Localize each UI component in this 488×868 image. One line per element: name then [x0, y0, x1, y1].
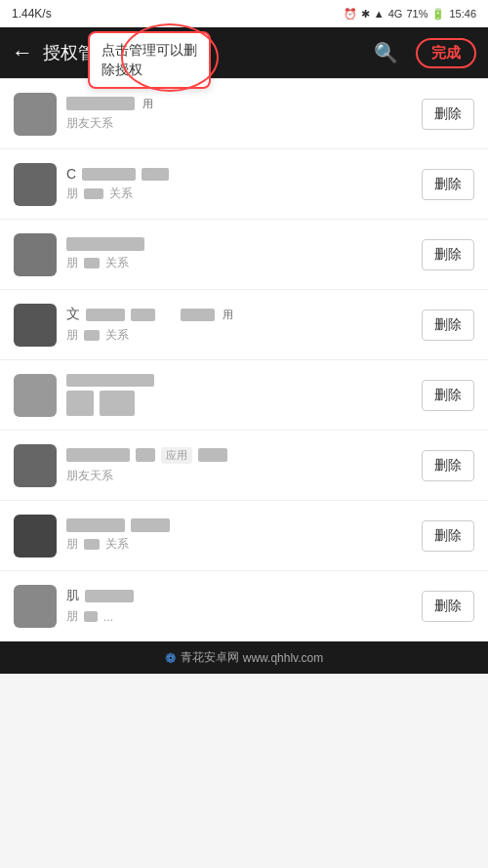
item-sub: 朋 关系 [66, 186, 412, 202]
list-item: 朋 关系 删除 [0, 220, 488, 290]
item-sub: 朋 关系 [66, 536, 412, 553]
signal-label: 4G [388, 8, 403, 20]
item-sub: 朋友天系 [66, 115, 412, 132]
item-name-row: 肌 [66, 587, 412, 604]
item-name-block [66, 448, 130, 462]
list-item: 用 朋友天系 删除 [0, 79, 488, 149]
item-sub: 朋 关系 [66, 255, 412, 271]
item-content [66, 374, 412, 416]
logo-icon: ❁ [165, 650, 177, 666]
item-name-block [66, 518, 125, 532]
list-item: C 朋 关系 删除 [0, 149, 488, 220]
avatar [14, 585, 57, 628]
item-content: 用 朋友天系 [66, 97, 412, 132]
avatar [14, 444, 57, 487]
item-name-row: C [66, 166, 412, 182]
item-name-row: 应用 [66, 447, 412, 464]
delete-button[interactable]: 删除 [422, 169, 474, 200]
item-content: 肌 朋 ... [66, 587, 412, 625]
item-name-block [82, 168, 136, 181]
item-content: 朋 关系 [66, 237, 412, 271]
list-item: 应用 朋友天系 删除 [0, 431, 488, 501]
item-name-block [66, 374, 154, 387]
avatar [14, 93, 57, 136]
item-content: C 朋 关系 [66, 166, 412, 202]
footer-logo: ❁ 青花安卓网 www.qhhlv.com [0, 649, 488, 666]
delete-button[interactable]: 删除 [422, 591, 474, 622]
item-name-block [86, 309, 125, 321]
item-name-block [66, 97, 135, 110]
status-bar: 1.44K/s ⏰ ✱ ▲ 4G 71% 🔋 15:46 [0, 0, 488, 27]
wifi-icon: ▲ [374, 8, 385, 20]
avatar [14, 374, 57, 417]
search-button[interactable]: 🔍 [374, 41, 398, 64]
item-name-block2 [131, 518, 170, 532]
bluetooth-icon: ✱ [361, 8, 370, 21]
item-name-block3 [198, 448, 227, 462]
item-name-block3 [181, 309, 215, 321]
list-item: 肌 朋 ... 删除 [0, 571, 488, 641]
list-item: 朋 关系 删除 [0, 501, 488, 571]
item-name-row [66, 518, 412, 532]
item-name-row [66, 237, 412, 251]
item-name-row: 用 [66, 97, 412, 111]
list-item: 文 用 朋 关系 删除 [0, 290, 488, 360]
battery-icon: 🔋 [431, 8, 445, 21]
footer-text: 青花安卓网 [181, 649, 239, 666]
item-name-block2 [136, 448, 155, 462]
network-speed: 1.44K/s [12, 7, 52, 21]
status-icons: ⏰ ✱ ▲ 4G 71% 🔋 15:46 [344, 8, 476, 21]
item-name-row [66, 374, 412, 387]
item-sub: 朋 关系 [66, 327, 412, 344]
delete-button[interactable]: 删除 [422, 239, 474, 270]
header: ← 授权管理 点击管理可以删除授权 🔍 完成 [0, 27, 488, 78]
done-button[interactable]: 完成 [416, 38, 476, 68]
tooltip-overlay: 点击管理可以删除授权 [88, 31, 211, 89]
tooltip-bubble: 点击管理可以删除授权 [88, 31, 211, 89]
clock: 15:46 [449, 8, 476, 20]
item-name-block2 [142, 168, 169, 181]
item-content: 朋 关系 [66, 518, 412, 553]
item-sub [66, 391, 412, 416]
delete-button[interactable]: 删除 [422, 310, 474, 341]
list-item: 删除 [0, 360, 488, 431]
delete-button[interactable]: 删除 [422, 450, 474, 481]
back-button[interactable]: ← [12, 42, 33, 63]
item-name-block2 [131, 309, 155, 321]
avatar [14, 515, 57, 558]
delete-button[interactable]: 删除 [422, 520, 474, 552]
alarm-icon: ⏰ [344, 8, 357, 21]
delete-button[interactable]: 删除 [422, 99, 474, 130]
item-sub: 朋 ... [66, 608, 412, 625]
item-content: 应用 朋友天系 [66, 447, 412, 484]
item-sub: 朋友天系 [66, 468, 412, 484]
delete-button[interactable]: 删除 [422, 380, 474, 411]
avatar [14, 163, 57, 206]
item-name-block [66, 237, 144, 251]
avatar [14, 233, 57, 276]
authorization-list: 用 朋友天系 删除 C 朋 关系 删除 [0, 79, 488, 641]
item-name-block [85, 590, 134, 602]
battery-percent: 71% [406, 8, 427, 20]
footer: ❁ 青花安卓网 www.qhhlv.com [0, 641, 488, 674]
avatar [14, 304, 57, 347]
footer-url: www.qhhlv.com [243, 651, 323, 665]
item-name-row: 文 用 [66, 306, 412, 323]
item-content: 文 用 朋 关系 [66, 306, 412, 344]
